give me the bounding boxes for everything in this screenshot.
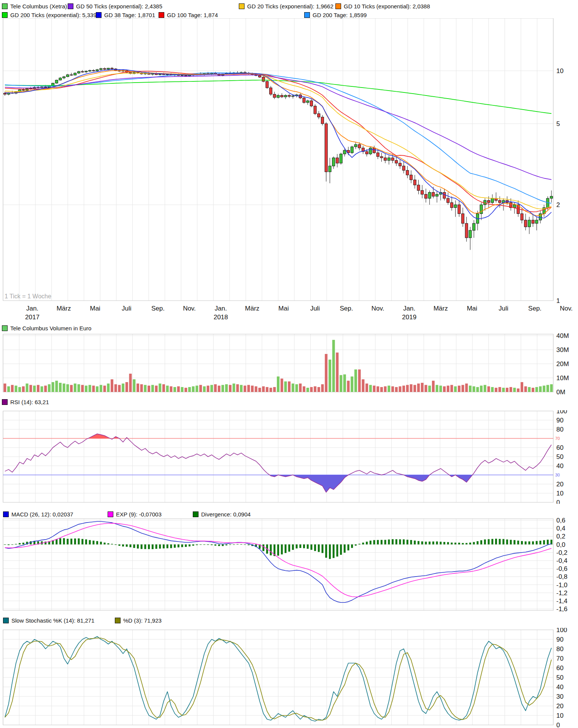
- volume-bar: [495, 388, 497, 392]
- candle-up: [369, 148, 372, 154]
- stochastic-legend-row: Slow Stochastic %K (14): 81,271 %D (3): …: [0, 616, 578, 624]
- volume-bar: [225, 384, 228, 392]
- legend-label: %D (3): 71,923: [123, 617, 162, 624]
- volume-bar: [310, 387, 313, 392]
- divergence-bar: [111, 544, 113, 545]
- divergence-bar: [107, 543, 109, 545]
- divergence-bar: [491, 539, 493, 545]
- x-axis-month-label: Juli: [122, 305, 132, 312]
- candle-up: [332, 158, 335, 166]
- divergence-bar: [540, 541, 541, 545]
- volume-bar: [373, 386, 376, 392]
- volume-bar: [321, 384, 324, 392]
- candle-down: [524, 220, 527, 227]
- volume-bar: [277, 376, 279, 392]
- volume-bar: [303, 386, 305, 392]
- volume-bar: [48, 384, 51, 392]
- volume-bar: [137, 384, 139, 392]
- series-color-swatch-icon: [2, 12, 8, 18]
- legend-label: GD 100 Tage: 1,874: [167, 12, 218, 18]
- volume-bar: [199, 385, 202, 392]
- candle-up: [292, 96, 294, 96]
- volume-bar: [402, 386, 405, 392]
- divergence-bar: [156, 545, 157, 549]
- candle-up: [277, 96, 279, 98]
- candle-down: [443, 193, 446, 199]
- axis-tick-label: 10: [556, 490, 564, 497]
- divergence-bar: [340, 545, 342, 555]
- divergence-bar: [141, 545, 143, 549]
- divergence-bar: [392, 539, 394, 545]
- volume-bar: [458, 386, 460, 392]
- volume-bar: [325, 354, 327, 392]
- volume-bar: [306, 388, 309, 392]
- candle-up: [351, 147, 353, 153]
- divergence-bar: [126, 545, 128, 547]
- divergence-bar: [410, 540, 412, 545]
- candle-down: [395, 161, 398, 163]
- candle-down: [417, 185, 420, 190]
- volume-bar: [29, 385, 32, 392]
- volume-bar: [421, 383, 424, 392]
- candle-down: [273, 94, 276, 97]
- divergence-bar: [262, 545, 264, 551]
- x-axis-month-label: Jan.: [26, 305, 38, 312]
- volume-chart-canvas: 40M30M20M10M0M: [0, 333, 578, 394]
- candle-up: [55, 80, 58, 83]
- volume-bar: [295, 384, 298, 392]
- x-axis-month-label: Jan.: [215, 305, 227, 312]
- volume-bar: [343, 374, 346, 392]
- axis-tick-label: 30: [556, 693, 564, 700]
- divergence-bar: [240, 544, 242, 545]
- divergence-bar: [421, 542, 423, 545]
- candle-down: [70, 75, 73, 75]
- volume-bar: [114, 384, 117, 392]
- divergence-bar: [74, 538, 76, 545]
- candle-up: [469, 230, 472, 238]
- divergence-bar: [92, 541, 94, 545]
- legend-label: Tele Columbus (Xetra): [10, 3, 67, 10]
- axis-tick-label: 60: [556, 444, 564, 451]
- candle-up: [535, 220, 538, 223]
- divergence-bar: [178, 545, 179, 548]
- candle-up: [63, 77, 65, 78]
- volume-bar: [59, 383, 62, 392]
- axis-tick-label: 0M: [556, 389, 565, 394]
- divergence-bar: [85, 539, 87, 544]
- divergence-bar: [440, 542, 441, 545]
- series-color-swatch-icon: [3, 511, 9, 517]
- axis-tick-label: -1,0: [556, 581, 567, 589]
- series-color-swatch-icon: [335, 3, 341, 9]
- candle-up: [284, 96, 287, 97]
- volume-bar: [41, 386, 43, 392]
- candle-down: [521, 214, 523, 220]
- volume-bar: [454, 386, 457, 392]
- volume-bar: [391, 386, 394, 392]
- legend-item-gd200-tage: GD 200 Tage: 1,8599: [304, 11, 367, 19]
- divergence-bar: [237, 544, 238, 545]
- divergence-bar: [462, 543, 464, 545]
- volume-bar: [251, 386, 254, 392]
- volume-bar: [292, 384, 294, 392]
- volume-bar: [66, 384, 69, 392]
- volume-bar: [384, 386, 387, 392]
- divergence-bar: [547, 540, 549, 544]
- divergence-bar: [458, 543, 460, 545]
- axis-tick-label: -1,6: [556, 605, 567, 613]
- volume-bar: [447, 386, 449, 392]
- volume-bar: [44, 386, 47, 392]
- divergence-bar: [407, 540, 408, 544]
- divergence-bar: [100, 542, 102, 545]
- axis-tick-label: 100: [556, 410, 567, 415]
- divergence-bar: [480, 540, 482, 545]
- divergence-bar: [22, 543, 24, 545]
- volume-bar: [532, 388, 534, 392]
- price-legend-row-2: GD 200 Ticks (exponential): 5,3392 GD 38…: [0, 11, 578, 19]
- volume-bar: [351, 376, 353, 392]
- rsi-chart-canvas: 1009080605040201007030: [0, 410, 578, 504]
- volume-bar: [255, 386, 257, 392]
- candle-down: [29, 88, 32, 89]
- volume-bar: [369, 385, 372, 392]
- divergence-bar: [377, 540, 379, 545]
- divergence-bar: [303, 545, 305, 548]
